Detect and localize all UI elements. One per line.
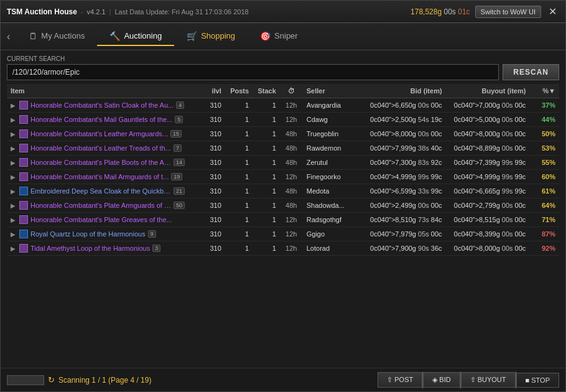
buyout-button[interactable]: ⇧ BUYOUT [461, 372, 516, 388]
bid-button[interactable]: ◈ BID [423, 372, 460, 388]
status-left: ↻ Scanning 1 / 1 (Page 4 / 19) [7, 375, 151, 385]
switch-to-wow-button[interactable]: Switch to WoW UI [475, 6, 541, 18]
cell-ilvl: 310 [199, 170, 225, 184]
item-name[interactable]: Honorable Combatant's Plate Boots of the… [30, 159, 171, 166]
cell-buyout: 0c040">4,999g 99s 99c [446, 170, 530, 184]
tab-auctioning[interactable]: 🔨 Auctioning [97, 27, 174, 46]
expand-arrow[interactable]: ▶ [11, 131, 16, 138]
item-name[interactable]: Tidal Amethyst Loop of the Harmonious [30, 245, 150, 252]
cell-ilvl: 310 [199, 98, 225, 113]
col-bid: Bid (item) [362, 84, 446, 98]
titlebar: TSM Auction House - v4.2.1 | Last Data U… [1, 1, 565, 23]
cell-bid: 0c040">7,979g 05s 00c [362, 227, 446, 241]
expand-arrow[interactable]: ▶ [11, 174, 16, 180]
close-button[interactable]: ✕ [546, 6, 559, 17]
cell-pct: 55% [529, 156, 559, 170]
table-row[interactable]: ▶Royal Quartz Loop of the Harmonious9310… [7, 227, 559, 241]
expand-arrow[interactable]: ▶ [11, 217, 16, 223]
tab-my-auctions-label: My Auctions [41, 31, 85, 40]
cell-time: 48h [280, 141, 303, 156]
tab-sniper[interactable]: 🎯 Sniper [248, 27, 310, 46]
table-row[interactable]: ▶Honorable Combatant's Satin Cloak of th… [7, 98, 559, 113]
cell-posts: 1 [225, 227, 253, 241]
item-icon [19, 101, 28, 110]
col-time: ⏱ [280, 84, 303, 98]
table-row[interactable]: ▶Honorable Combatant's Leather Treads of… [7, 141, 559, 156]
item-icon [19, 172, 28, 181]
cell-pct: 64% [529, 198, 559, 213]
item-name[interactable]: Honorable Combatant's Leather Armguards.… [30, 130, 168, 138]
table-row[interactable]: ▶Honorable Combatant's Plate Armguards o… [7, 198, 559, 213]
auction-table: Item ilvl Posts Stack ⏱ Seller Bid (item… [7, 84, 559, 256]
item-name[interactable]: Royal Quartz Loop of the Harmonious [30, 230, 146, 238]
item-badge: 3 [152, 245, 160, 252]
search-input[interactable] [7, 64, 499, 80]
table-row[interactable]: ▶Honorable Combatant's Plate Greaves of … [7, 213, 559, 227]
cell-bid: 0c040">4,999g 99s 99c [362, 170, 446, 184]
col-ilvl: ilvl [199, 84, 225, 98]
cell-stack: 1 [253, 170, 280, 184]
cell-stack: 1 [253, 156, 280, 170]
cell-seller: Zerutul [303, 156, 362, 170]
cell-ilvl: 310 [199, 241, 225, 256]
table-row[interactable]: ▶Honorable Combatant's Mail Armguards of… [7, 170, 559, 184]
cell-bid: 0c040">6,599g 33s 99c [362, 184, 446, 198]
tab-shopping[interactable]: 🛒 Shopping [174, 27, 248, 46]
cell-item: ▶Honorable Combatant's Plate Armguards o… [7, 198, 199, 213]
cell-pct: 44% [529, 113, 559, 127]
item-icon [19, 230, 28, 238]
expand-arrow[interactable]: ▶ [11, 116, 16, 123]
cell-seller: Cdawg [303, 113, 362, 127]
table-row[interactable]: ▶Honorable Combatant's Leather Armguards… [7, 127, 559, 141]
item-name[interactable]: Embroidered Deep Sea Cloak of the Quickb… [30, 187, 171, 195]
cell-bid: 0c040">8,000g 00s 00c [362, 127, 446, 141]
cell-posts: 1 [225, 170, 253, 184]
cell-item: ▶Honorable Combatant's Mail Armguards of… [7, 170, 199, 184]
table-row[interactable]: ▶Honorable Combatant's Plate Boots of th… [7, 156, 559, 170]
item-name[interactable]: Honorable Combatant's Plate Greaves of t… [30, 216, 172, 223]
expand-arrow[interactable]: ▶ [11, 159, 16, 166]
col-seller: Seller [303, 84, 362, 98]
item-badge: 14 [174, 159, 185, 166]
expand-arrow[interactable]: ▶ [11, 145, 16, 152]
item-name[interactable]: Honorable Combatant's Satin Cloak of the… [30, 101, 174, 109]
cell-bid: 0c040">8,510g 73s 84c [362, 213, 446, 227]
expand-arrow[interactable]: ▶ [11, 245, 16, 252]
cell-stack: 1 [253, 213, 280, 227]
item-name[interactable]: Honorable Combatant's Plate Armguards of… [30, 202, 171, 209]
cell-item: ▶Honorable Combatant's Leather Armguards… [7, 127, 199, 141]
stop-button[interactable]: ■ STOP [516, 373, 559, 388]
gold-display: 178,528g 00s 01c [411, 7, 470, 16]
item-name[interactable]: Honorable Combatant's Mail Armguards of … [30, 173, 169, 180]
table-body: ▶Honorable Combatant's Satin Cloak of th… [7, 98, 559, 256]
cell-buyout: 0c040">8,000g 00s 00c [446, 127, 530, 141]
expand-arrow[interactable]: ▶ [11, 102, 16, 109]
main-content: CURRENT SEARCH RESCAN Item ilvl Posts St… [1, 50, 565, 368]
col-posts: Posts [225, 84, 253, 98]
expand-arrow[interactable]: ▶ [11, 202, 16, 209]
back-button[interactable]: ‹ [7, 31, 10, 42]
status-buttons: ⇧ POST ◈ BID ⇧ BUYOUT ■ STOP [378, 371, 559, 389]
cell-buyout: 0c040">5,000g 00s 00c [446, 113, 530, 127]
item-name[interactable]: Honorable Combatant's Mail Gauntlets of … [30, 116, 172, 123]
table-row[interactable]: ▶Tidal Amethyst Loop of the Harmonious33… [7, 241, 559, 256]
tab-my-auctions[interactable]: 🗒 My Auctions [16, 27, 97, 46]
item-name[interactable]: Honorable Combatant's Leather Treads of … [30, 144, 171, 152]
cell-time: 12h [280, 98, 303, 113]
cell-bid: 0c040">6,650g 00s 00c [362, 98, 446, 113]
app-title: TSM Auction House [7, 7, 77, 16]
item-icon [19, 158, 28, 167]
expand-arrow[interactable]: ▶ [11, 231, 16, 238]
expand-arrow[interactable]: ▶ [11, 188, 16, 195]
cell-posts: 1 [225, 141, 253, 156]
cell-posts: 1 [225, 156, 253, 170]
cell-pct: 71% [529, 213, 559, 227]
table-row[interactable]: ▶Embroidered Deep Sea Cloak of the Quick… [7, 184, 559, 198]
post-button[interactable]: ⇧ POST [378, 372, 422, 388]
item-badge: 4 [176, 101, 184, 109]
table-row[interactable]: ▶Honorable Combatant's Mail Gauntlets of… [7, 113, 559, 127]
rescan-button[interactable]: RESCAN [503, 64, 559, 80]
my-auctions-icon: 🗒 [29, 31, 37, 41]
cell-seller: Truegoblin [303, 127, 362, 141]
cell-item: ▶Honorable Combatant's Leather Treads of… [7, 141, 199, 156]
